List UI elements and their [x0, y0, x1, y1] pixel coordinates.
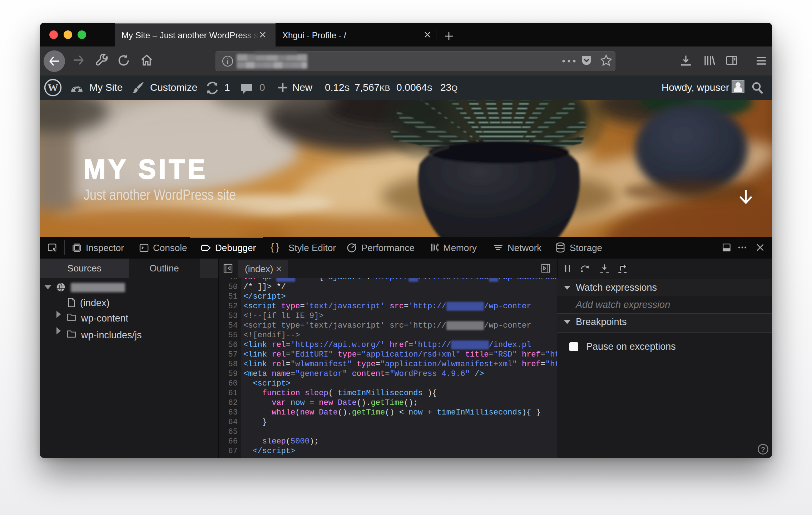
svg-text:W: W — [48, 82, 58, 93]
svg-text:?: ? — [761, 446, 765, 453]
